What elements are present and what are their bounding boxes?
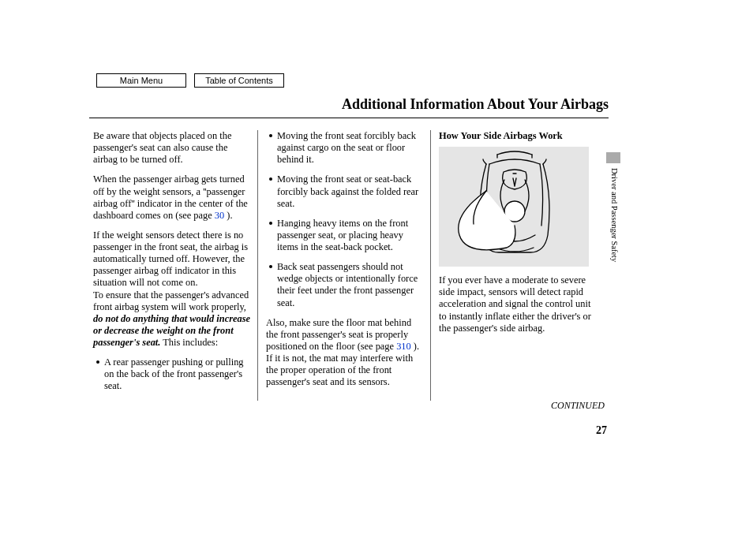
text: To ensure that the passenger's advanced …: [93, 289, 249, 312]
list-item: Moving the front seat forcibly back agai…: [277, 130, 425, 166]
list-item: A rear passenger pushing or pulling on t…: [104, 357, 253, 392]
page-number: 27: [596, 424, 607, 437]
text: This includes:: [160, 337, 218, 348]
page-title: Additional Information About Your Airbag…: [89, 96, 609, 118]
column-1: Be aware that objects placed on the pass…: [93, 130, 258, 401]
toc-button[interactable]: Table of Contents: [194, 73, 284, 88]
list-item: Hanging heavy items on the front passeng…: [277, 218, 425, 253]
paragraph: Also, make sure the floor mat behind the…: [266, 317, 425, 389]
side-airbag-illustration: [439, 147, 589, 267]
paragraph: When the passenger airbag gets turned of…: [93, 174, 253, 222]
list-item: Back seat passengers should not wedge ob…: [277, 261, 425, 309]
paragraph: To ensure that the passenger's advanced …: [93, 289, 253, 349]
main-menu-button[interactable]: Main Menu: [96, 73, 186, 88]
paragraph: If the weight sensors detect there is no…: [93, 230, 253, 289]
page-link-310[interactable]: 310: [396, 341, 411, 352]
tab-label: Driver and Passenger Safety: [610, 168, 619, 262]
page-link-30[interactable]: 30: [215, 210, 224, 221]
paragraph: Be aware that objects placed on the pass…: [93, 130, 253, 166]
text: Also, make sure the floor mat behind the…: [266, 317, 411, 352]
paragraph: If you ever have a moderate to severe si…: [439, 274, 598, 334]
section-tab: Driver and Passenger Safety: [606, 152, 620, 286]
body-columns: Be aware that objects placed on the pass…: [93, 130, 606, 401]
section-heading: How Your Side Airbags Work: [439, 130, 598, 142]
text: ).: [224, 210, 232, 221]
column-3: How Your Side Airbags Work: [431, 130, 606, 401]
column-2: Moving the front seat forcibly back agai…: [258, 130, 431, 401]
tab-marker: [606, 152, 620, 163]
list-item: Moving the front seat or seat-back forci…: [277, 174, 425, 209]
continued-label: CONTINUED: [551, 400, 605, 412]
